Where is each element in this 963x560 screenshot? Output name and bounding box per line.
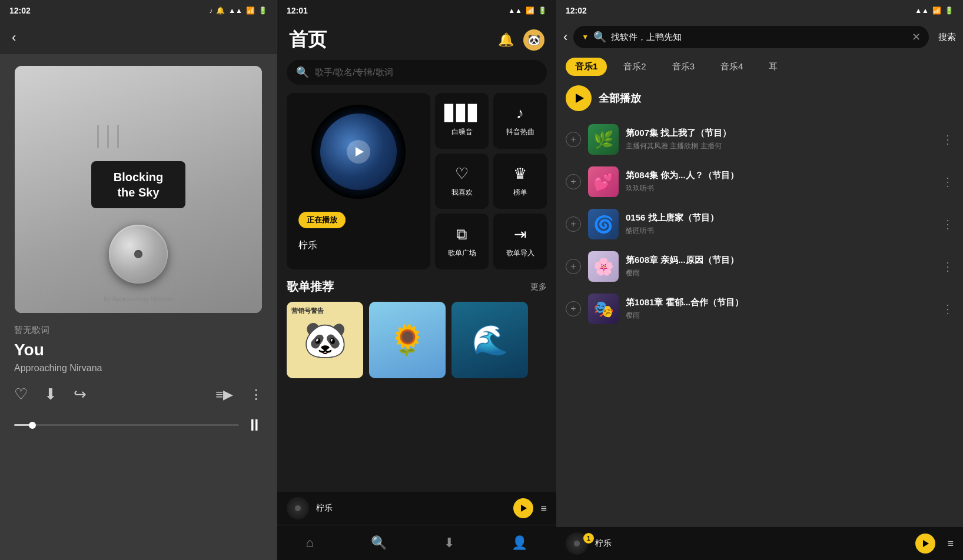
tab-music4[interactable]: 音乐4 (711, 58, 752, 76)
list-item-3[interactable]: + 🌀 0156 找上唐家（节目） 酷匠听书 ⋮ (556, 203, 963, 245)
tiktok-hot-button[interactable]: ♪ 抖音热曲 (493, 93, 547, 149)
search-submit-button[interactable]: 搜索 (935, 32, 956, 43)
profile-nav-icon: 👤 (512, 535, 527, 551)
thumb-5: 🎭 (588, 294, 619, 324)
back-button[interactable]: ‹ (12, 30, 16, 45)
more-button-2[interactable]: ⋮ (942, 175, 954, 189)
volume-knob[interactable] (109, 225, 168, 284)
progress-bar[interactable] (14, 424, 239, 426)
music-note-icon: ♪ (209, 6, 212, 15)
search-placeholder-p2: 歌手/歌名/专辑/歌词 (315, 67, 393, 78)
nav-download-button[interactable]: ⬇ (444, 535, 454, 551)
search-query[interactable]: 找软件，上鸭先知 (611, 32, 907, 43)
tab-ear[interactable]: 耳 (759, 58, 787, 76)
play-pause-button[interactable]: ⏸ (246, 415, 263, 435)
add-button-2[interactable]: + (566, 174, 581, 189)
share-button[interactable]: ↪ (74, 385, 87, 404)
search-panel: 12:02 ▲▲ 📶 🔋 ‹ ▼ 🔍 找软件，上鸭先知 ✕ 搜索 音乐1 音乐2… (556, 0, 963, 560)
nav-profile-button[interactable]: 👤 (512, 535, 527, 551)
list-info-1: 第007集 找上我了（节目） 主播何其风雅 主播欣桐 主播何 (626, 128, 935, 151)
playlist-card-2[interactable]: 🌻 (369, 302, 446, 378)
list-info-2: 第084集 你为...人？（节目） 玖玖听书 (626, 170, 935, 194)
playlist-section-title: 歌单推荐 (287, 279, 334, 295)
album-song-title: Blockingthe Sky (91, 161, 185, 208)
clear-search-button[interactable]: ✕ (912, 31, 921, 44)
list-subtitle-4: 樱雨 (626, 268, 935, 278)
list-subtitle-1: 主播何其风雅 主播欣桐 主播何 (626, 141, 935, 151)
favorites-button[interactable]: ♡ 我喜欢 (435, 154, 489, 209)
tab-music4-label: 音乐4 (720, 61, 743, 71)
playlist-square-button[interactable]: ⧉ 歌单广场 (435, 214, 489, 269)
playlist-card-1[interactable]: 营销号警告 🐼 (287, 302, 363, 378)
play-all-triangle (576, 94, 584, 103)
more-button[interactable]: ⋮ (250, 387, 263, 402)
import-button[interactable]: ⇥ 歌单导入 (493, 214, 547, 269)
time-p2: 12:01 (287, 6, 308, 15)
tab-music3[interactable]: 音乐3 (663, 58, 704, 76)
more-link[interactable]: 更多 (530, 282, 547, 292)
search-input-p3[interactable]: ▼ 🔍 找软件，上鸭先知 ✕ (573, 26, 929, 48)
mini-play-triangle-p3 (923, 540, 929, 547)
list-info-4: 第608章 亲妈...原因（节目） 樱雨 (626, 255, 935, 278)
play-all-button[interactable] (566, 85, 592, 111)
dropdown-icon[interactable]: ▼ (582, 33, 589, 41)
list-item-5[interactable]: + 🎭 第1081章 霍郁...合作（节目） 樱雨 ⋮ (556, 288, 963, 330)
signal-p3-icon: ▲▲ (915, 6, 929, 15)
more-button-5[interactable]: ⋮ (942, 302, 954, 316)
back-button-p3[interactable]: ‹ (563, 29, 567, 45)
search-bar-p2[interactable]: 🔍 歌手/歌名/专辑/歌词 (287, 60, 547, 85)
home-title: 首页 (289, 27, 327, 53)
panda-thumb: 营销号警告 🐼 (287, 302, 363, 378)
list-info-5: 第1081章 霍郁...合作（节目） 樱雨 (626, 297, 935, 321)
mini-queue-icon-p2[interactable]: ≡ (540, 502, 547, 515)
playlist-card-3[interactable]: 🌊 (451, 302, 528, 378)
tab-music1-label: 音乐1 (575, 61, 597, 71)
avatar-button[interactable]: 🐼 (523, 29, 544, 51)
add-button-1[interactable]: + (566, 132, 581, 147)
more-button-3[interactable]: ⋮ (942, 217, 954, 231)
bell-icon[interactable]: 🔔 (498, 32, 514, 48)
progress-thumb[interactable] (29, 422, 36, 429)
tabs-row: 音乐1 音乐2 音乐3 音乐4 耳 (556, 53, 963, 81)
list-item-2[interactable]: + 💕 第084集 你为...人？（节目） 玖玖听书 ⋮ (556, 161, 963, 203)
search-nav-icon: 🔍 (371, 535, 387, 551)
tab-music2[interactable]: 音乐2 (614, 58, 655, 76)
thumb-emoji-2: 💕 (593, 172, 614, 192)
tab-music1[interactable]: 音乐1 (566, 58, 607, 76)
nav-home-button[interactable]: ⌂ (306, 535, 314, 551)
list-title-2: 第084集 你为...人？（节目） (626, 170, 935, 181)
tiktok-label: 抖音热曲 (506, 127, 534, 137)
add-button-4[interactable]: + (566, 259, 581, 274)
list-item-4[interactable]: + 🌸 第608章 亲妈...原因（节目） 樱雨 ⋮ (556, 245, 963, 288)
more-button-1[interactable]: ⋮ (942, 132, 954, 146)
nav-search-button[interactable]: 🔍 (371, 535, 387, 551)
header-icons: 🔔 🐼 (498, 29, 544, 51)
add-button-5[interactable]: + (566, 301, 581, 316)
list-item-1[interactable]: + 🌿 第007集 找上我了（节目） 主播何其风雅 主播欣桐 主播何 ⋮ (556, 118, 963, 161)
mini-play-button-p2[interactable] (513, 498, 533, 518)
time-p1: 12:02 (9, 6, 31, 15)
search-icon-p2: 🔍 (296, 66, 309, 79)
mini-play-button-p3[interactable] (915, 534, 935, 554)
mini-queue-icon-p3[interactable]: ≡ (947, 538, 954, 550)
thumb-1: 🌿 (588, 124, 619, 155)
tab-ear-label: 耳 (769, 61, 778, 71)
thumb-emoji-4: 🌸 (593, 257, 614, 276)
heart-button[interactable]: ♡ (14, 385, 28, 404)
white-noise-button[interactable]: ▊▊▊ 白噪音 (435, 93, 489, 149)
status-icons-p3: ▲▲ 📶 🔋 (915, 6, 954, 15)
charts-label: 榜单 (513, 188, 527, 198)
more-button-4[interactable]: ⋮ (942, 259, 954, 274)
list-title-4: 第608章 亲妈...原因（节目） (626, 255, 935, 266)
album-art: Blockingthe Sky by Approaching Nirvana (15, 66, 262, 313)
queue-button[interactable]: ≡▶ (215, 387, 233, 402)
signal-icon: ▲▲ (228, 6, 243, 15)
add-button-3[interactable]: + (566, 216, 581, 232)
download-button[interactable]: ⬇ (44, 385, 57, 404)
battery-icon: 🔋 (258, 6, 267, 15)
import-icon: ⇥ (514, 225, 527, 244)
list-title-3: 0156 找上唐家（节目） (626, 212, 935, 224)
charts-button[interactable]: ♛ 榜单 (493, 154, 547, 209)
featured-card[interactable]: 正在播放 柠乐 (287, 93, 430, 269)
wifi-p3-icon: 📶 (932, 6, 941, 15)
